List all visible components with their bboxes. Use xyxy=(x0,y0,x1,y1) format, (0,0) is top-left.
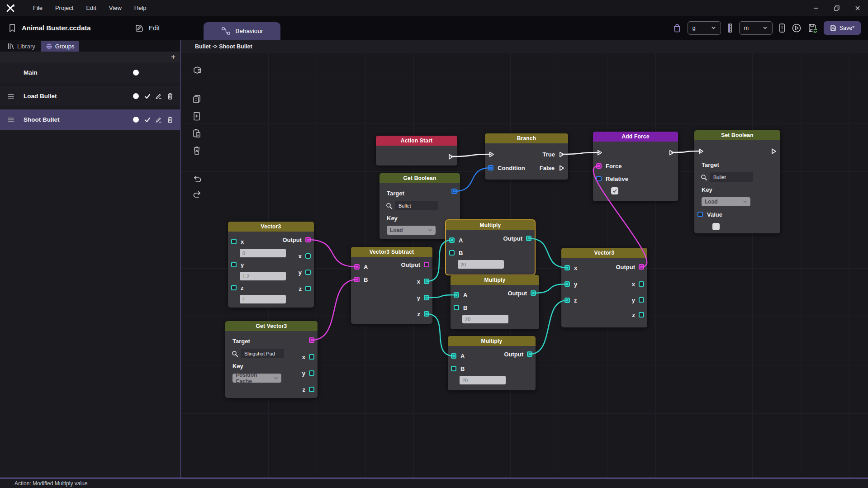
check-icon[interactable] xyxy=(142,115,153,124)
exec-in-pin[interactable] xyxy=(488,151,495,158)
input-pin-relative[interactable] xyxy=(596,176,602,181)
group-row-main[interactable]: Main xyxy=(0,62,180,83)
exec-out-pin[interactable] xyxy=(447,153,454,160)
check-icon[interactable] xyxy=(142,92,153,101)
edit-button[interactable]: Edit xyxy=(135,24,160,33)
copy-icon[interactable] xyxy=(192,94,202,104)
output-pin-output[interactable] xyxy=(526,236,531,241)
dropdown[interactable]: Load xyxy=(387,226,436,235)
input-pin-x[interactable] xyxy=(564,265,570,270)
tab-behaviour[interactable]: Behaviour xyxy=(204,22,280,40)
maximize-button[interactable] xyxy=(826,0,847,16)
minimize-button[interactable] xyxy=(806,0,826,16)
node-add-force[interactable]: Add ForceForceRelative xyxy=(593,132,678,201)
value-field[interactable]: 1.2 xyxy=(240,272,286,280)
input-pin-a[interactable] xyxy=(451,353,456,359)
group-row-load-bullet[interactable]: Load Bullet xyxy=(0,86,180,106)
value-field[interactable]: 20 xyxy=(460,376,506,384)
trash-icon[interactable] xyxy=(164,92,175,101)
play-button[interactable] xyxy=(792,23,802,33)
output-pin-y-out[interactable] xyxy=(639,297,644,303)
dropdown[interactable]: Position Cache xyxy=(232,374,281,383)
pencil-icon[interactable] xyxy=(153,115,164,124)
dropdown[interactable]: Load xyxy=(702,197,750,206)
output-pin-z-out[interactable] xyxy=(639,312,644,317)
checkbox[interactable] xyxy=(611,187,618,194)
exec-out-pin[interactable] xyxy=(558,151,565,158)
paste-icon[interactable] xyxy=(192,128,202,138)
output-pin-x[interactable] xyxy=(309,354,314,360)
exec-out-pin[interactable] xyxy=(770,148,777,155)
length-unit-select[interactable]: m xyxy=(739,21,773,35)
active-indicator[interactable] xyxy=(130,115,142,124)
value-field[interactable]: 20 xyxy=(462,315,508,323)
active-indicator[interactable] xyxy=(130,92,142,101)
node-multiply1[interactable]: MultiplyAB20Output xyxy=(446,220,535,275)
input-pin-b[interactable] xyxy=(449,250,455,256)
add-group-button[interactable]: + xyxy=(171,52,175,62)
close-button[interactable] xyxy=(847,0,868,16)
output-pin-z[interactable] xyxy=(309,387,314,392)
checkbox[interactable] xyxy=(712,223,720,230)
output-pin-output[interactable] xyxy=(527,351,532,357)
input-pin-y[interactable] xyxy=(564,281,570,287)
menu-help[interactable]: Help xyxy=(128,0,153,16)
device-preview-button[interactable] xyxy=(778,23,786,33)
node-set-boolean[interactable]: Set BooleanTargetBulletKeyLoadValue xyxy=(694,130,780,233)
output-pin-y[interactable] xyxy=(309,370,314,376)
trash-icon[interactable] xyxy=(164,115,175,124)
node-vector3-b[interactable]: Vector3xyzOutputxyz xyxy=(561,248,647,327)
input-pin-condition[interactable] xyxy=(488,165,493,171)
tab-groups[interactable]: Groups xyxy=(41,41,79,52)
new-page-icon[interactable] xyxy=(192,111,202,121)
value-field[interactable]: 0 xyxy=(240,249,286,257)
value-field[interactable]: 20 xyxy=(458,260,504,269)
menu-file[interactable]: File xyxy=(27,0,49,16)
node-multiply2[interactable]: MultiplyAB20Output xyxy=(451,275,539,329)
output-pin-y-out[interactable] xyxy=(305,270,311,275)
exec-out-pin[interactable] xyxy=(558,165,565,171)
output-pin-x[interactable] xyxy=(424,279,429,284)
exec-in-pin[interactable] xyxy=(697,148,704,155)
search-field[interactable]: Slingshot Pad xyxy=(241,349,284,358)
output-pin-x-out[interactable] xyxy=(639,281,644,287)
weight-unit-select[interactable]: g xyxy=(688,21,721,35)
node-multiply3[interactable]: MultiplyAB20Output xyxy=(448,336,536,390)
input-pin-a[interactable] xyxy=(354,264,360,270)
input-pin-y-in[interactable] xyxy=(231,262,237,267)
node-get-vector3[interactable]: Get Vector3TargetSlingshot PadKeyPositio… xyxy=(225,321,318,398)
save-button[interactable]: Save* xyxy=(824,21,861,35)
output-pin-x-out[interactable] xyxy=(305,253,311,259)
output-pin-output[interactable] xyxy=(309,337,314,343)
output-pin-output[interactable] xyxy=(531,290,536,296)
input-pin-x-in[interactable] xyxy=(231,239,237,244)
node-action-start[interactable]: Action Start xyxy=(376,136,457,166)
node-canvas[interactable]: Action StartBranchTrueConditionFalseGet … xyxy=(180,53,868,478)
search-field[interactable]: Bullet xyxy=(710,172,753,182)
output-pin-y[interactable] xyxy=(424,295,429,300)
output-pin-z-out[interactable] xyxy=(305,286,311,291)
input-pin-z-in[interactable] xyxy=(231,285,237,290)
drag-handle-icon[interactable] xyxy=(7,94,14,99)
menu-edit[interactable]: Edit xyxy=(80,0,102,16)
output-pin-output[interactable] xyxy=(639,264,644,270)
output-pin-z[interactable] xyxy=(424,311,429,317)
input-pin-b[interactable] xyxy=(451,366,456,371)
input-pin-value[interactable] xyxy=(697,212,703,217)
menu-view[interactable]: View xyxy=(103,0,128,16)
output-pin-output[interactable] xyxy=(451,189,457,194)
input-pin-force[interactable] xyxy=(596,163,602,169)
input-pin-a[interactable] xyxy=(449,237,455,243)
output-pin-output[interactable] xyxy=(305,237,311,242)
menu-project[interactable]: Project xyxy=(49,0,80,16)
undo-icon[interactable] xyxy=(192,175,202,183)
input-pin-a[interactable] xyxy=(454,292,459,298)
delete-icon[interactable] xyxy=(192,146,202,156)
tab-library[interactable]: Library xyxy=(3,41,40,52)
exec-in-pin[interactable] xyxy=(596,149,603,156)
exec-out-pin[interactable] xyxy=(668,149,675,156)
value-field[interactable]: 1 xyxy=(240,295,286,303)
node-branch[interactable]: BranchTrueConditionFalse xyxy=(485,133,568,180)
output-pin-output[interactable] xyxy=(424,262,429,267)
save-sync-button[interactable] xyxy=(807,23,818,33)
